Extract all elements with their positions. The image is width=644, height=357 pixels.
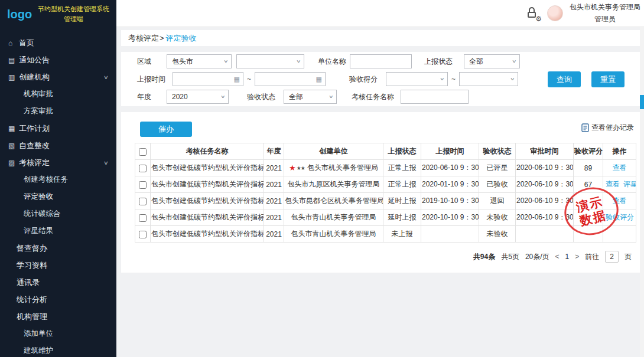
accept-status-select[interactable]: 全部 ∨ xyxy=(284,90,337,104)
report-status-label: 上报状态 xyxy=(424,57,464,67)
unit-cell: 包头市九原区机关事务管理局 xyxy=(284,176,383,193)
chevron-down-icon: ∨ xyxy=(220,95,226,99)
sidebar-item-org-approval[interactable]: 机构审批 xyxy=(0,86,116,103)
sidebar-item-label: 方案审批 xyxy=(24,106,53,116)
unit-name-label: 单位名称 xyxy=(318,57,350,67)
sidebar-item-label: 统计碳综合 xyxy=(24,209,61,219)
accept-status-label: 验收状态 xyxy=(247,92,284,102)
sidebar-item-create-org[interactable]: ▥创建机构∨ xyxy=(0,68,116,86)
app-root: logo 节约型机关创建管理系统 管理端 ⌂首页▤通知公告▥创建机构∨机构审批方… xyxy=(0,0,644,357)
report-time-start-input[interactable]: ▦ xyxy=(173,72,243,86)
search-button[interactable]: 查询 xyxy=(548,71,581,87)
sidebar-item-plan-approval[interactable]: 方案审批 xyxy=(0,103,116,120)
action-link[interactable]: 评星 xyxy=(623,180,636,188)
sidebar-item-assessment[interactable]: ▨考核评定∨ xyxy=(0,154,116,171)
select-all-checkbox[interactable] xyxy=(139,148,147,156)
sidebar-item-self-check[interactable]: ▧自查整改 xyxy=(0,137,116,154)
next-page-button[interactable]: > xyxy=(575,253,579,261)
sidebar-item-home[interactable]: ⌂首页 xyxy=(0,34,116,51)
sidebar-item-acceptance[interactable]: 评定验收 xyxy=(0,188,116,205)
year-label: 年度 xyxy=(137,92,167,102)
row-checkbox[interactable] xyxy=(139,214,147,222)
region-sub-select[interactable]: ∨ xyxy=(236,54,304,68)
sidebar-item-building-maintain[interactable]: 建筑维护 xyxy=(0,342,116,357)
filter-panel: 区域 包头市 ∨ ∨ 单位名称 上报状态 全部 ∨ 上报时间 ▦ ~ xyxy=(121,52,640,106)
action-link[interactable]: 查看 xyxy=(613,163,627,172)
table-row: 包头市创建低碳节约型机关评价指标2021★★★包头市机关事务管理局正常上报202… xyxy=(135,160,636,176)
sidebar: logo 节约型机关创建管理系统 管理端 ⌂首页▤通知公告▥创建机构∨机构审批方… xyxy=(0,0,116,357)
region-label: 区域 xyxy=(137,57,167,67)
unit-cell: 包头市青山机关事务管理局 xyxy=(284,226,383,243)
total-count: 共94条 xyxy=(473,252,495,262)
action-link[interactable]: 查看 xyxy=(606,180,620,188)
score-max-select[interactable]: ∨ xyxy=(459,72,518,86)
task-name-cell: 包头市创建低碳节约型机关评价指标 xyxy=(151,176,264,193)
sidebar-item-label: 学习资料 xyxy=(17,260,47,271)
sidebar-item-label: 通讯录 xyxy=(17,277,40,288)
pagination: 共94条 共5页 20条/页 < 1 > 前往 2 页 xyxy=(121,251,632,263)
reset-button[interactable]: 重置 xyxy=(591,71,625,87)
sidebar-item-supervision[interactable]: 督查督办 xyxy=(0,240,116,257)
column-header: 上报时间 xyxy=(421,143,479,160)
breadcrumb-current: 评定验收 xyxy=(166,33,197,44)
year-cell: 2021 xyxy=(264,160,284,176)
accept-status-cell: 未验收 xyxy=(479,226,516,243)
sidebar-item-create-task[interactable]: 创建考核任务 xyxy=(0,171,116,188)
prev-page-button[interactable]: < xyxy=(555,253,560,261)
sidebar-item-label: 创建考核任务 xyxy=(24,175,68,185)
view-urge-records-label: 查看催办记录 xyxy=(591,123,634,133)
calendar-icon: ▦ xyxy=(316,76,322,83)
urge-button[interactable]: 催办 xyxy=(140,122,192,137)
current-page[interactable]: 1 xyxy=(565,253,570,261)
column-header: 上报状态 xyxy=(383,143,421,160)
year-cell: 2021 xyxy=(264,226,284,243)
sidebar-item-work-plan[interactable]: ▦工作计划 xyxy=(0,120,116,137)
goto-page-input[interactable]: 2 xyxy=(605,251,619,263)
sidebar-item-label: 通知公告 xyxy=(19,55,50,65)
security-settings-icon[interactable]: ⚙ xyxy=(526,6,541,21)
user-info[interactable]: 包头市机关事务管理局 管理员 xyxy=(570,2,640,24)
sidebar-item-add-unit[interactable]: 添加单位 xyxy=(0,325,116,342)
sidebar-menu: ⌂首页▤通知公告▥创建机构∨机构审批方案审批▦工作计划▧自查整改▨考核评定∨创建… xyxy=(0,28,116,357)
action-cell: 查看评星 xyxy=(603,176,636,193)
row-checkbox[interactable] xyxy=(139,181,147,189)
report-time-end-input[interactable]: ▦ xyxy=(255,72,326,86)
sidebar-item-label: 建筑维护 xyxy=(24,346,53,356)
sidebar-item-org-manage[interactable]: 机构管理 xyxy=(0,308,116,325)
year-cell: 2021 xyxy=(264,209,284,226)
home-icon: ⌂ xyxy=(8,39,19,47)
view-urge-records-link[interactable]: 查看催办记录 xyxy=(581,123,634,133)
scrollbar[interactable] xyxy=(640,27,644,357)
avatar[interactable] xyxy=(547,5,563,21)
red-star-icon: ★ xyxy=(289,163,296,172)
sidebar-item-label: 督查督办 xyxy=(17,243,47,254)
sidebar-item-study-materials[interactable]: 学习资料 xyxy=(0,257,116,274)
action-cell: 查看 xyxy=(603,160,636,176)
sidebar-item-star-results[interactable]: 评星结果 xyxy=(0,222,116,240)
assessment-table-body: 包头市创建低碳节约型机关评价指标2021★★★包头市机关事务管理局正常上报202… xyxy=(135,160,636,243)
row-checkbox[interactable] xyxy=(139,231,147,238)
row-select-cell xyxy=(135,226,151,243)
sidebar-item-carbon-stats[interactable]: 统计碳综合 xyxy=(0,205,116,222)
select-value: 全部 xyxy=(469,57,483,67)
year-select[interactable]: 2020 ∨ xyxy=(167,90,229,104)
task-name-cell: 包头市创建低碳节约型机关评价指标 xyxy=(151,226,264,243)
score-min-select[interactable]: ∨ xyxy=(386,72,448,86)
report-status-select[interactable]: 全部 ∨ xyxy=(464,54,520,68)
unit-name-input[interactable] xyxy=(350,54,412,68)
sidebar-item-label: 机构管理 xyxy=(17,312,47,322)
region-select[interactable]: 包头市 ∨ xyxy=(167,54,232,68)
sidebar-item-contacts[interactable]: 通讯录 xyxy=(0,274,116,291)
sidebar-item-notices[interactable]: ▤通知公告 xyxy=(0,51,116,68)
row-checkbox[interactable] xyxy=(139,198,147,205)
sidebar-item-label: 评定验收 xyxy=(24,192,53,202)
scrollbar-thumb[interactable] xyxy=(640,95,644,109)
breadcrumb-parent[interactable]: 考核评定 xyxy=(128,33,159,44)
row-checkbox[interactable] xyxy=(139,165,147,172)
column-header: 年度 xyxy=(264,143,284,160)
sidebar-item-statistics[interactable]: 统计分析 xyxy=(0,291,116,308)
table-row: 包头市创建低碳节约型机关评价指标2021包头市九原区机关事务管理局正常上报202… xyxy=(135,176,636,193)
assessment-table: 考核任务名称年度创建单位上报状态上报时间验收状态审批时间验收评分操作 包头市创建… xyxy=(135,143,636,243)
select-all-cell xyxy=(135,143,151,160)
task-name-input[interactable] xyxy=(401,90,469,104)
